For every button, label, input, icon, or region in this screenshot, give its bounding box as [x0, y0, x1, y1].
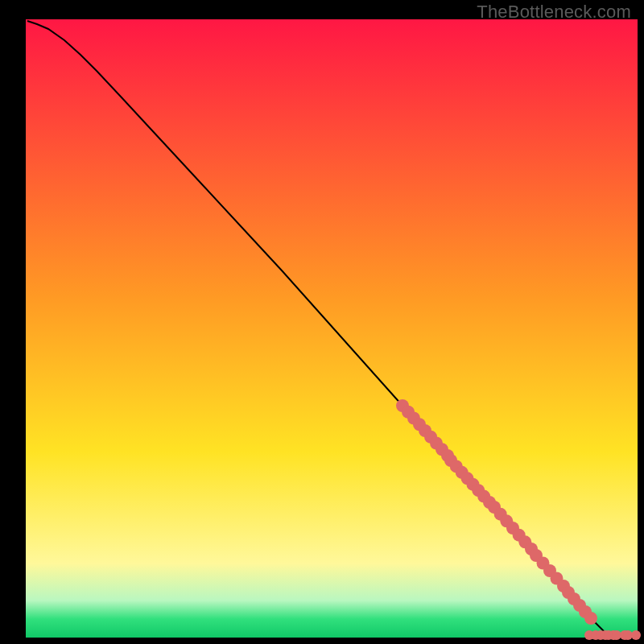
chart-svg — [0, 0, 644, 644]
data-point — [584, 612, 597, 625]
data-point — [631, 630, 641, 640]
watermark-text: TheBottleneck.com — [477, 2, 631, 23]
chart-stage: TheBottleneck.com — [0, 0, 644, 644]
plot-background — [26, 19, 638, 638]
